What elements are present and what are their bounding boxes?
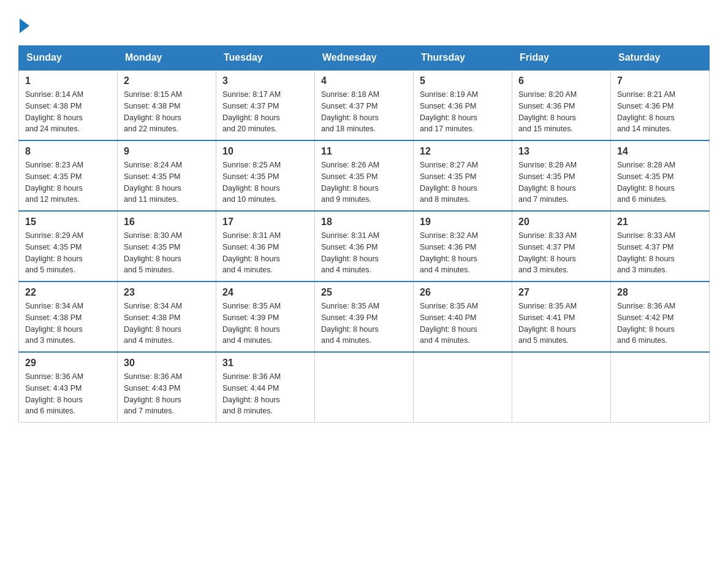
day-number: 13 — [518, 146, 604, 157]
day-info: Sunrise: 8:25 AM Sunset: 4:35 PM Dayligh… — [222, 159, 308, 205]
day-info: Sunrise: 8:28 AM Sunset: 4:35 PM Dayligh… — [617, 159, 703, 205]
day-number: 2 — [124, 75, 210, 86]
calendar-cell: 28 Sunrise: 8:36 AM Sunset: 4:42 PM Dayl… — [611, 282, 710, 352]
calendar-header-wednesday: Wednesday — [315, 46, 414, 71]
day-info: Sunrise: 8:31 AM Sunset: 4:36 PM Dayligh… — [222, 230, 308, 276]
day-info: Sunrise: 8:28 AM Sunset: 4:35 PM Dayligh… — [518, 159, 604, 205]
logo-arrow-icon — [20, 18, 29, 33]
day-number: 19 — [420, 216, 506, 228]
logo — [18, 18, 29, 33]
calendar-header-monday: Monday — [118, 46, 216, 71]
calendar-cell: 13 Sunrise: 8:28 AM Sunset: 4:35 PM Dayl… — [512, 140, 611, 211]
calendar-week-row: 22 Sunrise: 8:34 AM Sunset: 4:38 PM Dayl… — [19, 282, 710, 352]
calendar-header-thursday: Thursday — [414, 46, 512, 71]
day-info: Sunrise: 8:19 AM Sunset: 4:36 PM Dayligh… — [420, 89, 506, 135]
calendar-cell: 23 Sunrise: 8:34 AM Sunset: 4:38 PM Dayl… — [118, 282, 216, 352]
day-number: 29 — [25, 358, 111, 369]
calendar-cell: 5 Sunrise: 8:19 AM Sunset: 4:36 PM Dayli… — [414, 70, 512, 140]
day-number: 31 — [222, 358, 308, 369]
day-info: Sunrise: 8:15 AM Sunset: 4:38 PM Dayligh… — [124, 89, 210, 135]
day-number: 1 — [25, 75, 111, 86]
calendar-cell — [512, 352, 611, 423]
day-number: 11 — [321, 146, 407, 157]
calendar-cell: 10 Sunrise: 8:25 AM Sunset: 4:35 PM Dayl… — [216, 140, 315, 211]
calendar-cell: 19 Sunrise: 8:32 AM Sunset: 4:36 PM Dayl… — [414, 211, 512, 282]
calendar-cell — [414, 352, 512, 423]
day-info: Sunrise: 8:26 AM Sunset: 4:35 PM Dayligh… — [321, 159, 407, 205]
calendar-week-row: 15 Sunrise: 8:29 AM Sunset: 4:35 PM Dayl… — [19, 211, 710, 282]
calendar-week-row: 29 Sunrise: 8:36 AM Sunset: 4:43 PM Dayl… — [19, 352, 710, 423]
day-info: Sunrise: 8:35 AM Sunset: 4:41 PM Dayligh… — [518, 301, 604, 347]
calendar-cell: 9 Sunrise: 8:24 AM Sunset: 4:35 PM Dayli… — [118, 140, 216, 211]
calendar-header-tuesday: Tuesday — [216, 46, 315, 71]
day-number: 5 — [420, 75, 506, 86]
day-info: Sunrise: 8:21 AM Sunset: 4:36 PM Dayligh… — [617, 89, 703, 135]
calendar-cell: 8 Sunrise: 8:23 AM Sunset: 4:35 PM Dayli… — [19, 140, 118, 211]
day-number: 24 — [222, 287, 308, 298]
day-number: 30 — [124, 358, 210, 369]
day-info: Sunrise: 8:18 AM Sunset: 4:37 PM Dayligh… — [321, 89, 407, 135]
day-info: Sunrise: 8:29 AM Sunset: 4:35 PM Dayligh… — [25, 230, 111, 276]
calendar-week-row: 1 Sunrise: 8:14 AM Sunset: 4:38 PM Dayli… — [19, 70, 710, 140]
day-number: 26 — [420, 287, 506, 298]
calendar-header-row: SundayMondayTuesdayWednesdayThursdayFrid… — [19, 46, 710, 71]
calendar-cell: 15 Sunrise: 8:29 AM Sunset: 4:35 PM Dayl… — [19, 211, 118, 282]
day-number: 6 — [518, 75, 604, 86]
calendar-cell: 2 Sunrise: 8:15 AM Sunset: 4:38 PM Dayli… — [118, 70, 216, 140]
day-info: Sunrise: 8:35 AM Sunset: 4:39 PM Dayligh… — [321, 301, 407, 347]
day-info: Sunrise: 8:34 AM Sunset: 4:38 PM Dayligh… — [124, 301, 210, 347]
day-number: 27 — [518, 287, 604, 298]
calendar-cell — [315, 352, 414, 423]
calendar-cell: 18 Sunrise: 8:31 AM Sunset: 4:36 PM Dayl… — [315, 211, 414, 282]
calendar-cell: 31 Sunrise: 8:36 AM Sunset: 4:44 PM Dayl… — [216, 352, 315, 423]
day-number: 21 — [617, 216, 703, 228]
day-info: Sunrise: 8:20 AM Sunset: 4:36 PM Dayligh… — [518, 89, 604, 135]
calendar-cell: 29 Sunrise: 8:36 AM Sunset: 4:43 PM Dayl… — [19, 352, 118, 423]
day-info: Sunrise: 8:36 AM Sunset: 4:44 PM Dayligh… — [222, 371, 308, 417]
day-info: Sunrise: 8:17 AM Sunset: 4:37 PM Dayligh… — [222, 89, 308, 135]
calendar-cell: 3 Sunrise: 8:17 AM Sunset: 4:37 PM Dayli… — [216, 70, 315, 140]
day-number: 8 — [25, 146, 111, 157]
day-number: 22 — [25, 287, 111, 298]
calendar-cell: 7 Sunrise: 8:21 AM Sunset: 4:36 PM Dayli… — [611, 70, 710, 140]
day-info: Sunrise: 8:30 AM Sunset: 4:35 PM Dayligh… — [124, 230, 210, 276]
day-info: Sunrise: 8:33 AM Sunset: 4:37 PM Dayligh… — [617, 230, 703, 276]
day-info: Sunrise: 8:27 AM Sunset: 4:35 PM Dayligh… — [420, 159, 506, 205]
calendar-header-sunday: Sunday — [19, 46, 118, 71]
calendar-cell: 30 Sunrise: 8:36 AM Sunset: 4:43 PM Dayl… — [118, 352, 216, 423]
day-number: 4 — [321, 75, 407, 86]
calendar-table: SundayMondayTuesdayWednesdayThursdayFrid… — [18, 45, 710, 423]
day-info: Sunrise: 8:35 AM Sunset: 4:40 PM Dayligh… — [420, 301, 506, 347]
day-number: 9 — [124, 146, 210, 157]
day-number: 10 — [222, 146, 308, 157]
calendar-cell: 21 Sunrise: 8:33 AM Sunset: 4:37 PM Dayl… — [611, 211, 710, 282]
day-number: 25 — [321, 287, 407, 298]
day-info: Sunrise: 8:23 AM Sunset: 4:35 PM Dayligh… — [25, 159, 111, 205]
calendar-header-saturday: Saturday — [611, 46, 710, 71]
day-info: Sunrise: 8:33 AM Sunset: 4:37 PM Dayligh… — [518, 230, 604, 276]
calendar-cell: 6 Sunrise: 8:20 AM Sunset: 4:36 PM Dayli… — [512, 70, 611, 140]
calendar-cell: 17 Sunrise: 8:31 AM Sunset: 4:36 PM Dayl… — [216, 211, 315, 282]
calendar-cell: 4 Sunrise: 8:18 AM Sunset: 4:37 PM Dayli… — [315, 70, 414, 140]
calendar-week-row: 8 Sunrise: 8:23 AM Sunset: 4:35 PM Dayli… — [19, 140, 710, 211]
day-number: 18 — [321, 216, 407, 228]
calendar-cell: 27 Sunrise: 8:35 AM Sunset: 4:41 PM Dayl… — [512, 282, 611, 352]
calendar-cell: 22 Sunrise: 8:34 AM Sunset: 4:38 PM Dayl… — [19, 282, 118, 352]
calendar-cell: 14 Sunrise: 8:28 AM Sunset: 4:35 PM Dayl… — [611, 140, 710, 211]
calendar-cell — [611, 352, 710, 423]
day-info: Sunrise: 8:35 AM Sunset: 4:39 PM Dayligh… — [222, 301, 308, 347]
calendar-cell: 24 Sunrise: 8:35 AM Sunset: 4:39 PM Dayl… — [216, 282, 315, 352]
calendar-cell: 11 Sunrise: 8:26 AM Sunset: 4:35 PM Dayl… — [315, 140, 414, 211]
calendar-header-friday: Friday — [512, 46, 611, 71]
day-number: 17 — [222, 216, 308, 228]
calendar-cell: 12 Sunrise: 8:27 AM Sunset: 4:35 PM Dayl… — [414, 140, 512, 211]
day-info: Sunrise: 8:36 AM Sunset: 4:43 PM Dayligh… — [124, 371, 210, 417]
day-number: 20 — [518, 216, 604, 228]
day-number: 7 — [617, 75, 703, 86]
calendar-cell: 1 Sunrise: 8:14 AM Sunset: 4:38 PM Dayli… — [19, 70, 118, 140]
day-info: Sunrise: 8:14 AM Sunset: 4:38 PM Dayligh… — [25, 89, 111, 135]
day-info: Sunrise: 8:36 AM Sunset: 4:43 PM Dayligh… — [25, 371, 111, 417]
day-number: 16 — [124, 216, 210, 228]
page-header — [18, 18, 710, 33]
day-number: 15 — [25, 216, 111, 228]
